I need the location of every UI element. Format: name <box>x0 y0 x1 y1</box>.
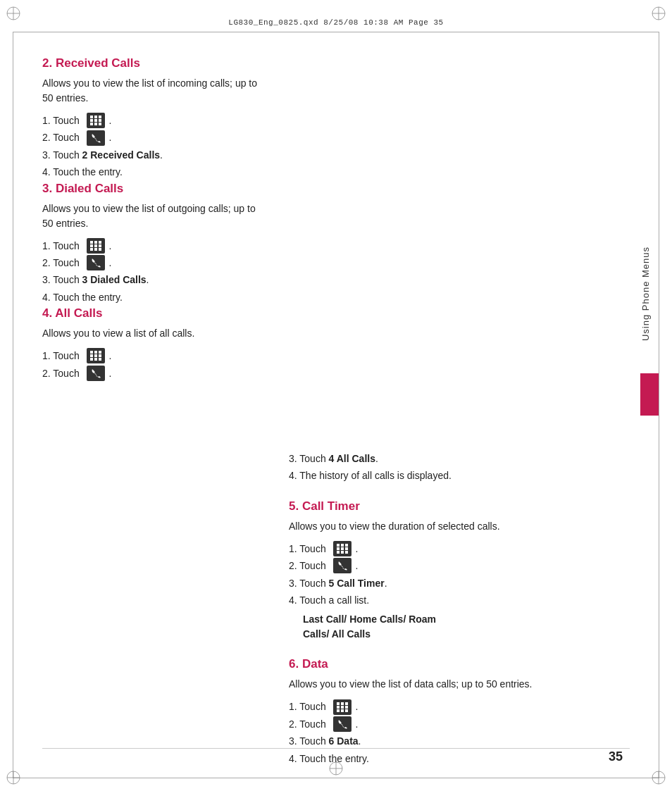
left-column: 2. Received Calls Allows you to view the… <box>42 56 261 749</box>
step-ac-2-num: 2. Touch <box>42 366 82 381</box>
icon-grid-ct1 <box>333 541 351 556</box>
step-dc-3-bold: 3 Dialed Calls <box>82 274 147 285</box>
step-ct-3-text: 3. Touch 5 Call Timer. <box>289 575 387 591</box>
step-d-3-text: 3. Touch 6 Data. <box>289 733 361 749</box>
svg-rect-39 <box>337 702 340 705</box>
step-ct-2: 2. Touch . <box>289 558 630 573</box>
section-dialed-calls: 3. Dialed Calls Allows you to view the l… <box>42 182 261 306</box>
call-timer-note: Last Call/ Home Calls/ RoamCalls/ All Ca… <box>303 612 630 642</box>
icon-phone-ac2 <box>87 366 105 381</box>
svg-rect-28 <box>94 358 97 361</box>
step-acc-3-bold: 4 All Calls <box>329 453 375 464</box>
step-dc-3-text: 3. Touch 3 Dialed Calls. <box>42 272 149 287</box>
main-content: 2. Received Calls Allows you to view the… <box>42 56 630 749</box>
reg-mark-tl <box>6 6 21 21</box>
svg-rect-30 <box>337 544 340 547</box>
svg-rect-10 <box>94 123 97 125</box>
step-d-1-num: 1. Touch <box>289 699 329 714</box>
step-rc-2: 2. Touch . <box>42 130 261 145</box>
step-d-4-text: 4. Touch the entry. <box>289 751 369 766</box>
svg-rect-43 <box>341 706 344 709</box>
svg-rect-25 <box>94 354 97 357</box>
desc-call-timer: Allows you to view the duration of selec… <box>289 519 630 534</box>
svg-rect-29 <box>99 358 101 361</box>
desc-all-calls: Allows you to view a list of all calls. <box>42 326 261 341</box>
svg-rect-32 <box>345 544 348 547</box>
step-ct-3: 3. Touch 5 Call Timer. <box>289 575 630 591</box>
icon-grid-ac1 <box>87 348 105 363</box>
step-d-2: 2. Touch . <box>289 716 630 732</box>
svg-rect-6 <box>90 119 93 122</box>
step-ct-1-dot: . <box>356 541 359 556</box>
step-dc-4-text: 4. Touch the entry. <box>42 289 123 305</box>
icon-phone-d2 <box>333 716 351 732</box>
svg-rect-16 <box>94 244 97 247</box>
svg-rect-27 <box>90 358 93 361</box>
step-d-3: 3. Touch 6 Data. <box>289 733 630 749</box>
step-ct-3-bold: 5 Call Timer <box>329 578 385 589</box>
svg-rect-7 <box>94 119 97 122</box>
step-acc-3-text: 3. Touch 4 All Calls. <box>289 451 378 466</box>
svg-rect-24 <box>90 354 93 357</box>
desc-dialed-calls: Allows you to view the list of outgoing … <box>42 201 261 231</box>
step-ac-1-num: 1. Touch <box>42 348 82 363</box>
step-ct-4-text: 4. Touch a call list. <box>289 592 369 608</box>
svg-rect-44 <box>345 706 348 709</box>
section-call-timer: 5. Call Timer Allows you to view the dur… <box>289 499 630 642</box>
desc-data: Allows you to view the list of data call… <box>289 677 630 692</box>
step-dc-4: 4. Touch the entry. <box>42 289 261 305</box>
icon-phone-dc2 <box>87 255 105 270</box>
step-ct-4: 4. Touch a call list. <box>289 592 630 608</box>
heading-received-calls: 2. Received Calls <box>42 56 261 70</box>
svg-rect-40 <box>341 702 344 705</box>
svg-rect-9 <box>90 123 93 125</box>
svg-rect-22 <box>94 351 97 354</box>
icon-grid-d1 <box>333 699 351 715</box>
svg-rect-19 <box>94 248 97 251</box>
heading-data: 6. Data <box>289 657 630 671</box>
step-ct-2-num: 2. Touch <box>289 558 329 573</box>
reg-mark-tr <box>651 6 666 21</box>
svg-rect-3 <box>90 116 93 118</box>
svg-rect-37 <box>341 551 344 554</box>
svg-rect-33 <box>337 547 340 550</box>
svg-rect-17 <box>99 244 101 247</box>
svg-rect-47 <box>345 709 348 712</box>
step-ct-1: 1. Touch . <box>289 541 630 556</box>
svg-rect-18 <box>90 248 93 251</box>
svg-rect-14 <box>99 241 101 244</box>
svg-rect-26 <box>99 354 101 357</box>
step-dc-2-num: 2. Touch <box>42 255 82 270</box>
svg-rect-23 <box>99 351 101 354</box>
heading-all-calls: 4. All Calls <box>42 306 261 320</box>
step-rc-1-dot: . <box>109 113 112 128</box>
step-acc-4-text: 4. The history of all calls is displayed… <box>289 468 452 483</box>
step-ct-2-dot: . <box>356 558 359 573</box>
svg-rect-35 <box>345 547 348 550</box>
sidebar-label: Using Phone Menus <box>640 247 659 341</box>
step-rc-2-num: 2. Touch <box>42 130 82 145</box>
svg-rect-13 <box>94 241 97 244</box>
svg-rect-12 <box>90 241 93 244</box>
svg-rect-31 <box>341 544 344 547</box>
step-d-3-bold: 6 Data <box>329 735 359 747</box>
svg-rect-38 <box>345 551 348 554</box>
header-file-info: LG830_Eng_0825.qxd 8/25/08 10:38 AM Page… <box>20 18 652 27</box>
columns: 2. Received Calls Allows you to view the… <box>42 56 630 749</box>
svg-rect-15 <box>90 244 93 247</box>
svg-rect-11 <box>99 123 101 125</box>
step-rc-4-text: 4. Touch the entry. <box>42 164 123 180</box>
header-bar: LG830_Eng_0825.qxd 8/25/08 10:38 AM Page… <box>13 13 659 32</box>
step-rc-3: 3. Touch 2 Received Calls. <box>42 147 261 163</box>
section-received-calls: 2. Received Calls Allows you to view the… <box>42 56 261 180</box>
step-acc-3: 3. Touch 4 All Calls. <box>289 451 630 466</box>
reg-mark-br <box>651 770 666 785</box>
step-acc-4: 4. The history of all calls is displayed… <box>289 468 630 483</box>
svg-rect-45 <box>337 709 340 712</box>
step-d-2-num: 2. Touch <box>289 716 329 732</box>
section-all-calls-cont: 3. Touch 4 All Calls. 4. The history of … <box>289 451 630 766</box>
svg-rect-41 <box>345 702 348 705</box>
svg-rect-4 <box>94 116 97 118</box>
step-dc-1-num: 1. Touch <box>42 238 82 254</box>
step-rc-2-dot: . <box>109 130 112 145</box>
